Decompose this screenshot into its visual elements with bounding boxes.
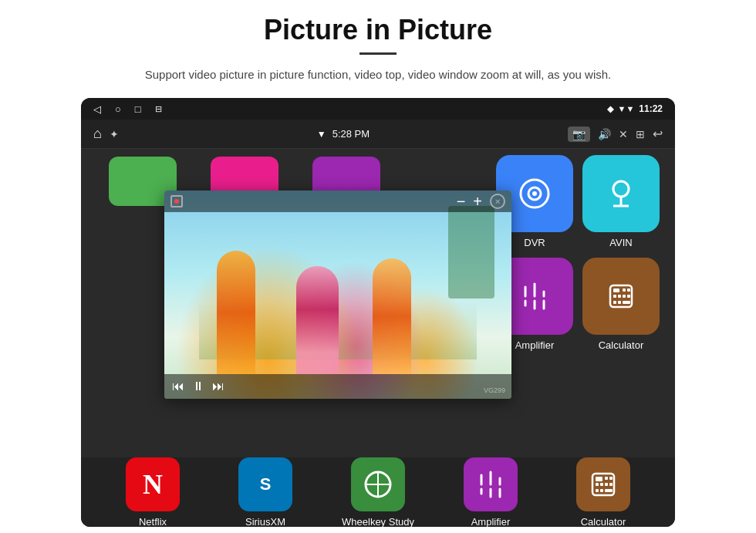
video-content: [164, 191, 511, 399]
pip-resize-controls: − + ✕: [457, 194, 505, 209]
menu-nav-icon[interactable]: ⊟: [155, 104, 162, 114]
svg-rect-35: [609, 477, 613, 480]
home-nav-icon[interactable]: ○: [115, 103, 121, 115]
svg-rect-38: [605, 483, 608, 486]
bottom-netflix-slot: N Netflix: [103, 457, 203, 528]
svg-rect-34: [605, 477, 608, 480]
wifi-toolbar-icon: ▼: [317, 129, 326, 140]
toolbar-time: 5:28 PM: [332, 128, 370, 140]
siriusxm-bottom-label: SiriusXM: [245, 516, 285, 528]
toolbar-center: ▼ 5:28 PM: [317, 128, 370, 140]
back-toolbar-icon[interactable]: ↩: [653, 127, 663, 141]
camera-toolbar-icon[interactable]: 📷: [568, 127, 590, 142]
svg-rect-42: [605, 489, 613, 492]
svg-rect-22: [623, 301, 630, 304]
netflix-bottom-label: Netflix: [139, 516, 167, 528]
pip-maximize-btn[interactable]: +: [473, 194, 482, 209]
back-nav-icon[interactable]: ◁: [93, 103, 101, 115]
svg-rect-13: [613, 288, 619, 292]
avin-app-icon[interactable]: [582, 155, 660, 232]
svg-rect-21: [618, 301, 621, 304]
calculator-label: Calculator: [599, 339, 644, 351]
calculator-app-icon[interactable]: [582, 258, 660, 335]
recents-nav-icon[interactable]: □: [135, 103, 141, 115]
bottom-wheelkey-slot: Wheelkey Study: [328, 457, 428, 528]
location-icon: ◆: [607, 104, 613, 114]
close-toolbar-icon[interactable]: ✕: [619, 128, 628, 140]
siriusxm-bottom-icon[interactable]: S: [238, 457, 292, 511]
amplifier-label: Amplifier: [515, 339, 555, 351]
toolbar-right: 📷 🔊 ✕ ⊞ ↩: [568, 127, 663, 142]
wifi-icon: ▼▼: [618, 104, 635, 113]
calculator-icon-slot: Calculator: [582, 258, 660, 351]
page-subtitle: Support video picture in picture functio…: [145, 66, 611, 84]
right-icons-grid: DVR AVIN: [496, 155, 660, 351]
svg-rect-14: [623, 288, 626, 292]
avin-label: AVIN: [609, 237, 632, 248]
svg-rect-15: [627, 288, 630, 292]
home-icon[interactable]: ⌂: [93, 126, 102, 142]
pip-play-btn[interactable]: ⏸: [192, 380, 204, 393]
calculator-bottom-icon[interactable]: [576, 457, 630, 511]
svg-rect-37: [600, 483, 603, 486]
pip-controls-bar: − + ✕: [164, 191, 511, 212]
window-toolbar-icon[interactable]: ⊞: [636, 128, 645, 140]
netflix-bottom-icon[interactable]: N: [126, 457, 180, 511]
wheelkey-bottom-icon[interactable]: [351, 457, 405, 511]
calculator-bottom-label: Calculator: [581, 516, 626, 528]
pip-playback-bar: ⏮ ⏸ ⏭ VG299: [164, 374, 511, 399]
pip-rec-icon: [170, 195, 183, 207]
svg-rect-40: [596, 489, 599, 492]
page-title: Picture in Picture: [264, 14, 492, 46]
android-status-bar: ◁ ○ □ ⊟ ◆ ▼▼ 11:22: [81, 98, 675, 120]
pip-next-btn[interactable]: ⏭: [212, 380, 224, 393]
volume-toolbar-icon[interactable]: 🔊: [598, 128, 611, 140]
wheelkey-bottom-label: Wheelkey Study: [342, 516, 414, 528]
svg-rect-20: [613, 301, 616, 304]
amplifier-bottom-label: Amplifier: [471, 516, 511, 528]
svg-rect-36: [596, 483, 599, 486]
svg-rect-16: [613, 295, 616, 298]
amplifier-bottom-icon[interactable]: [464, 457, 518, 511]
status-bar-right: ◆ ▼▼ 11:22: [607, 103, 663, 114]
android-toolbar: ⌂ ✦ ▼ 5:28 PM 📷 🔊 ✕ ⊞ ↩: [81, 120, 675, 149]
svg-rect-41: [600, 489, 603, 492]
device-frame: ◁ ○ □ ⊟ ◆ ▼▼ 11:22 ⌂ ✦ ▼ 5:28 PM 📷: [81, 98, 675, 527]
status-time: 11:22: [639, 103, 663, 114]
pip-minimize-btn[interactable]: −: [457, 194, 466, 209]
pip-prev-btn[interactable]: ⏮: [172, 380, 184, 393]
bottom-amplifier-slot: Amplifier: [440, 457, 541, 528]
bottom-siriusxm-slot: S SiriusXM: [215, 457, 316, 528]
usb-icon: ✦: [110, 128, 119, 140]
svg-rect-39: [609, 483, 613, 486]
toolbar-left: ⌂ ✦: [93, 126, 119, 142]
dvr-label: DVR: [524, 237, 545, 248]
svg-point-3: [613, 181, 629, 197]
bottom-app-row: N Netflix S SiriusXM Wheelkey Study: [81, 457, 675, 527]
avin-icon-slot: AVIN: [582, 155, 660, 248]
svg-point-2: [532, 191, 537, 196]
status-bar-left: ◁ ○ □ ⊟: [93, 103, 162, 115]
pip-watermark: VG299: [484, 386, 505, 394]
svg-rect-18: [623, 295, 626, 298]
android-main: DVR AVIN: [81, 149, 675, 457]
title-divider: [359, 52, 397, 55]
svg-rect-33: [596, 477, 602, 481]
svg-rect-17: [618, 295, 621, 298]
bottom-calculator-slot: Calculator: [553, 457, 653, 528]
svg-rect-19: [627, 295, 630, 298]
pip-close-btn[interactable]: ✕: [490, 194, 505, 209]
pip-video-overlay[interactable]: − + ✕ ⏮ ⏸ ⏭ VG299: [164, 191, 511, 399]
